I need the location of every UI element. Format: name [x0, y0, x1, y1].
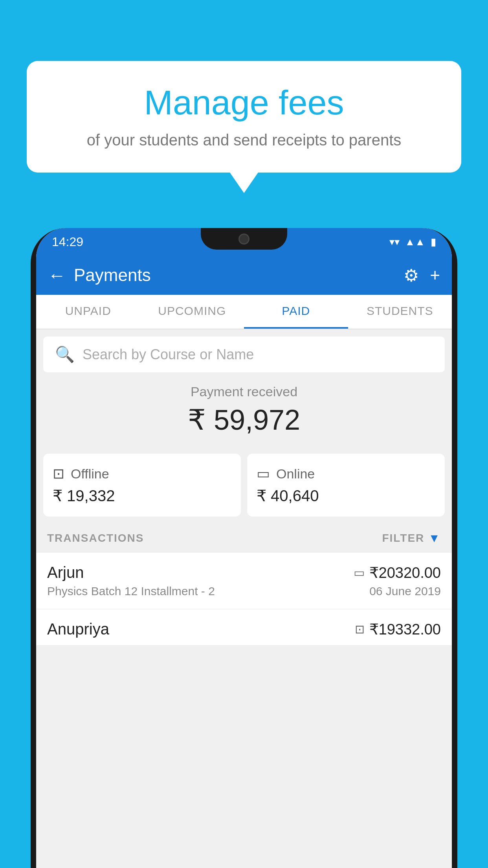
transaction-name-2: Anupriya	[47, 620, 109, 638]
speech-bubble: Manage fees of your students and send re…	[27, 61, 461, 173]
settings-icon[interactable]: ⚙	[404, 265, 419, 285]
online-label: Online	[276, 466, 315, 482]
cash-payment-icon: ⊡	[355, 622, 365, 636]
transaction-row-partial[interactable]: Anupriya ⊡ ₹19332.00	[36, 609, 452, 645]
battery-icon: ▮	[431, 236, 436, 248]
online-card-header: ▭ Online	[257, 465, 435, 482]
signal-icon: ▲▲	[405, 236, 425, 248]
payment-total-amount: ₹ 59,972	[43, 403, 445, 436]
online-amount: ₹ 40,640	[257, 487, 435, 505]
transaction-date-1: 06 June 2019	[369, 585, 441, 598]
offline-label: Offline	[71, 466, 109, 482]
status-time: 14:29	[52, 235, 83, 249]
bubble-title: Manage fees	[50, 83, 438, 123]
transaction-amount-2: ₹19332.00	[369, 621, 441, 638]
transaction-top-1: Arjun ▭ ₹20320.00	[47, 564, 441, 581]
back-button[interactable]: ←	[48, 265, 66, 286]
transaction-row[interactable]: Arjun ▭ ₹20320.00 Physics Batch 12 Insta…	[36, 553, 452, 609]
app-title: Payments	[74, 265, 404, 285]
tab-unpaid[interactable]: UNPAID	[36, 295, 140, 329]
transaction-name-1: Arjun	[47, 564, 84, 581]
transaction-amount-1: ₹20320.00	[369, 564, 441, 581]
filter-button[interactable]: FILTER ▼	[382, 531, 441, 545]
online-card: ▭ Online ₹ 40,640	[247, 454, 445, 517]
app-bar: ← Payments ⚙ +	[36, 256, 452, 295]
offline-icon: ⊡	[53, 465, 64, 482]
transaction-top-2: Anupriya ⊡ ₹19332.00	[47, 620, 441, 638]
wifi-icon: ▾▾	[389, 236, 400, 248]
tab-students[interactable]: STUDENTS	[348, 295, 452, 329]
transaction-desc-1: Physics Batch 12 Installment - 2	[47, 585, 215, 598]
online-icon: ▭	[257, 465, 270, 482]
payment-received-label: Payment received	[43, 384, 445, 399]
tab-upcoming[interactable]: UPCOMING	[140, 295, 244, 329]
transactions-label: TRANSACTIONS	[47, 532, 144, 544]
search-placeholder: Search by Course or Name	[83, 346, 254, 363]
offline-card: ⊡ Offline ₹ 19,332	[43, 454, 241, 517]
tab-paid[interactable]: PAID	[244, 295, 348, 329]
phone-frame: 14:29 ▾▾ ▲▲ ▮ ← Payments ⚙ + UNPAID UPCO…	[31, 228, 457, 868]
transaction-amount-wrap-1: ▭ ₹20320.00	[354, 564, 441, 581]
transaction-amount-wrap-2: ⊡ ₹19332.00	[355, 621, 441, 638]
transactions-header: TRANSACTIONS FILTER ▼	[36, 524, 452, 553]
payment-section: Payment received ₹ 59,972	[36, 372, 452, 454]
filter-icon: ▼	[428, 531, 441, 545]
search-icon: 🔍	[55, 345, 75, 364]
notch-camera	[238, 234, 250, 245]
filter-label: FILTER	[382, 532, 424, 544]
search-bar[interactable]: 🔍 Search by Course or Name	[43, 337, 445, 372]
offline-card-header: ⊡ Offline	[53, 465, 231, 482]
app-bar-icons: ⚙ +	[404, 265, 440, 285]
payment-cards: ⊡ Offline ₹ 19,332 ▭ Online ₹ 40,640	[43, 454, 445, 517]
bubble-subtitle: of your students and send receipts to pa…	[50, 131, 438, 149]
transaction-bottom-1: Physics Batch 12 Installment - 2 06 June…	[47, 585, 441, 598]
status-icons: ▾▾ ▲▲ ▮	[389, 236, 436, 248]
phone-notch	[201, 228, 287, 250]
card-payment-icon: ▭	[354, 566, 365, 579]
offline-amount: ₹ 19,332	[53, 487, 231, 505]
phone-screen: 14:29 ▾▾ ▲▲ ▮ ← Payments ⚙ + UNPAID UPCO…	[36, 228, 452, 868]
add-icon[interactable]: +	[430, 265, 440, 285]
content-area: 🔍 Search by Course or Name Payment recei…	[36, 329, 452, 868]
tabs-bar: UNPAID UPCOMING PAID STUDENTS	[36, 295, 452, 329]
